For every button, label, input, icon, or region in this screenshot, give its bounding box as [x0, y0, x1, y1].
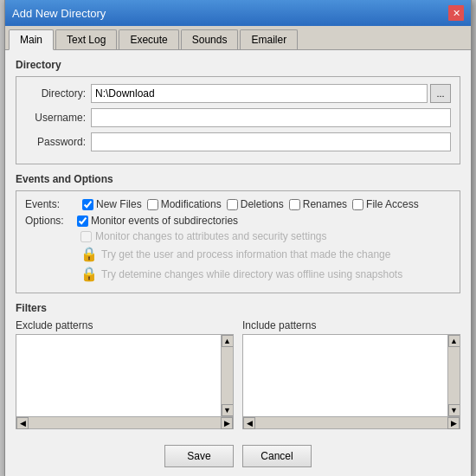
event-new-files-label: New Files: [96, 198, 142, 210]
include-vscroll-track: [448, 347, 460, 404]
option-monitor-subdirs[interactable]: Monitor events of subdirectories: [77, 215, 238, 227]
include-hscroll-track: [255, 417, 447, 428]
event-renames-label: Renames: [303, 198, 347, 210]
title-bar: Add New Directory ✕: [5, 0, 471, 26]
option-monitor-attrs-row: Monitor changes to attributes and securi…: [80, 230, 451, 242]
include-vscroll: ▲ ▼: [447, 335, 460, 416]
option-offline-snapshots-label: Try detemine changes while directory was…: [101, 268, 402, 280]
username-input[interactable]: [91, 108, 451, 127]
option-monitor-attrs-label: Monitor changes to attributes and securi…: [95, 230, 326, 242]
close-button[interactable]: ✕: [448, 5, 464, 21]
username-label: Username:: [25, 112, 86, 124]
footer: Save Cancel: [5, 438, 471, 476]
event-deletions[interactable]: Deletions: [227, 198, 284, 210]
filters-row: Exclude patterns ▲ ▼ ◀: [16, 319, 460, 429]
include-hscroll-left[interactable]: ◀: [243, 417, 255, 429]
event-new-files[interactable]: New Files: [82, 198, 142, 210]
events-label: Events:: [25, 198, 77, 210]
options-label: Options:: [25, 215, 77, 227]
exclude-patterns-col: Exclude patterns ▲ ▼ ◀: [16, 319, 234, 429]
option-user-process-row: 🔒 Try get the user and process informati…: [80, 246, 451, 262]
event-file-access[interactable]: File Access: [352, 198, 419, 210]
include-patterns-box: ▲ ▼ ◀ ▶: [242, 334, 460, 429]
cancel-button[interactable]: Cancel: [242, 445, 312, 467]
main-content: Directory Directory: ... Username: Passw…: [5, 50, 471, 438]
event-file-access-label: File Access: [366, 198, 419, 210]
tab-bar: Main Text Log Execute Sounds Emailer: [5, 26, 471, 50]
lock-icon-2: 🔒: [80, 266, 98, 282]
exclude-vscroll: ▲ ▼: [221, 335, 233, 416]
filters-section: Filters Exclude patterns ▲ ▼: [16, 302, 460, 429]
exclude-vscroll-up[interactable]: ▲: [222, 335, 234, 347]
window-title: Add New Directory: [12, 7, 106, 20]
exclude-patterns-box: ▲ ▼ ◀ ▶: [16, 334, 234, 429]
password-input[interactable]: [91, 132, 451, 151]
event-file-access-checkbox[interactable]: [352, 199, 363, 210]
exclude-inner: ▲ ▼: [16, 335, 233, 416]
include-patterns-textarea[interactable]: [243, 335, 447, 416]
event-renames-checkbox[interactable]: [289, 199, 300, 210]
include-inner: ▲ ▼: [243, 335, 460, 416]
directory-row: Directory: ...: [25, 84, 451, 103]
exclude-hscroll: ◀ ▶: [16, 416, 233, 428]
exclude-hscroll-right[interactable]: ▶: [221, 417, 233, 429]
option-user-process-label: Try get the user and process information…: [101, 248, 390, 261]
tab-textlog[interactable]: Text Log: [55, 29, 117, 49]
exclude-patterns-label: Exclude patterns: [16, 319, 234, 331]
event-new-files-checkbox[interactable]: [82, 199, 93, 210]
events-section-title: Events and Options: [16, 173, 460, 185]
username-row: Username:: [25, 108, 451, 127]
events-row: Events: New Files Modifications Deletion…: [25, 198, 451, 210]
events-section: Events: New Files Modifications Deletion…: [16, 190, 460, 293]
directory-label: Directory:: [25, 87, 86, 100]
options-row: Options: Monitor events of subdirectorie…: [25, 215, 451, 227]
exclude-patterns-textarea[interactable]: [16, 335, 221, 416]
include-vscroll-up[interactable]: ▲: [448, 335, 460, 347]
password-row: Password:: [25, 132, 451, 151]
exclude-vscroll-down[interactable]: ▼: [222, 404, 234, 416]
tab-execute[interactable]: Execute: [119, 29, 178, 49]
option-offline-snapshots-row: 🔒 Try detemine changes while directory w…: [80, 266, 451, 282]
option-monitor-subdirs-checkbox[interactable]: [77, 215, 88, 227]
lock-icon-1: 🔒: [80, 246, 98, 262]
exclude-hscroll-left[interactable]: ◀: [16, 417, 29, 429]
event-renames[interactable]: Renames: [289, 198, 347, 210]
include-hscroll-right[interactable]: ▶: [447, 417, 460, 429]
include-vscroll-down[interactable]: ▼: [448, 404, 460, 416]
exclude-vscroll-track: [222, 347, 233, 404]
browse-button[interactable]: ...: [430, 84, 451, 103]
event-modifications-checkbox[interactable]: [147, 199, 158, 210]
include-patterns-col: Include patterns ▲ ▼ ◀: [242, 319, 460, 429]
option-monitor-subdirs-label: Monitor events of subdirectories: [91, 215, 238, 227]
option-monitor-attrs-checkbox: [80, 231, 92, 242]
directory-section-title: Directory: [16, 59, 460, 71]
tab-sounds[interactable]: Sounds: [181, 29, 239, 49]
filters-section-title: Filters: [16, 302, 460, 314]
include-patterns-label: Include patterns: [242, 319, 460, 331]
directory-section: Directory: ... Username: Password:: [16, 76, 460, 164]
event-modifications[interactable]: Modifications: [147, 198, 222, 210]
tab-emailer[interactable]: Emailer: [240, 29, 298, 49]
directory-input[interactable]: [91, 84, 428, 103]
tab-main[interactable]: Main: [9, 29, 54, 50]
password-label: Password:: [25, 136, 86, 148]
save-button[interactable]: Save: [164, 445, 234, 467]
include-hscroll: ◀ ▶: [243, 416, 460, 428]
event-modifications-label: Modifications: [161, 198, 222, 210]
event-deletions-label: Deletions: [241, 198, 284, 210]
event-deletions-checkbox[interactable]: [227, 199, 238, 210]
exclude-hscroll-track: [29, 417, 221, 428]
main-window: Add New Directory ✕ Main Text Log Execut…: [4, 0, 472, 476]
